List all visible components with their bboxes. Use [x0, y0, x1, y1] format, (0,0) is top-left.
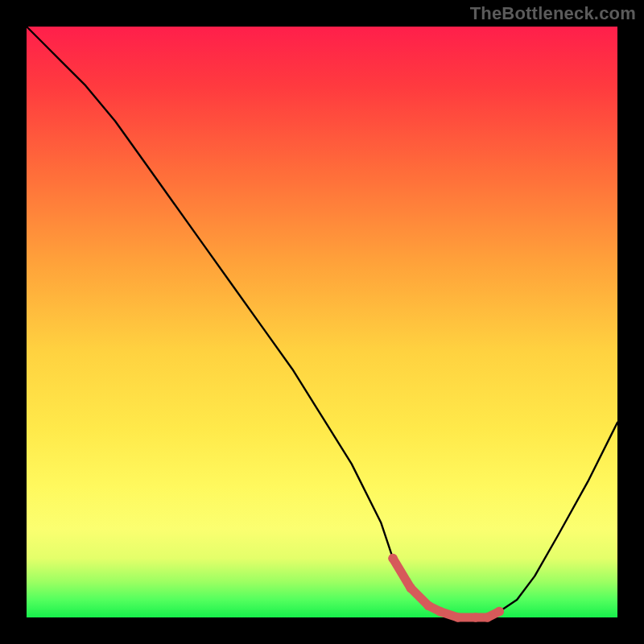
- watermark-text: TheBottleneck.com: [470, 3, 636, 24]
- bottom-dot: [494, 607, 504, 617]
- plot-area: [27, 27, 617, 617]
- bottom-dot: [483, 613, 493, 622]
- curve-svg: [27, 27, 617, 617]
- bottleneck-curve-line: [27, 27, 617, 617]
- bottom-dot: [406, 584, 415, 593]
- bottom-dot: [388, 554, 398, 564]
- bottom-dot: [436, 607, 445, 617]
- bottom-dot: [423, 601, 433, 611]
- bottom-dot: [471, 613, 481, 622]
- chart-frame: TheBottleneck.com: [0, 0, 644, 644]
- bottom-dot: [453, 613, 463, 622]
